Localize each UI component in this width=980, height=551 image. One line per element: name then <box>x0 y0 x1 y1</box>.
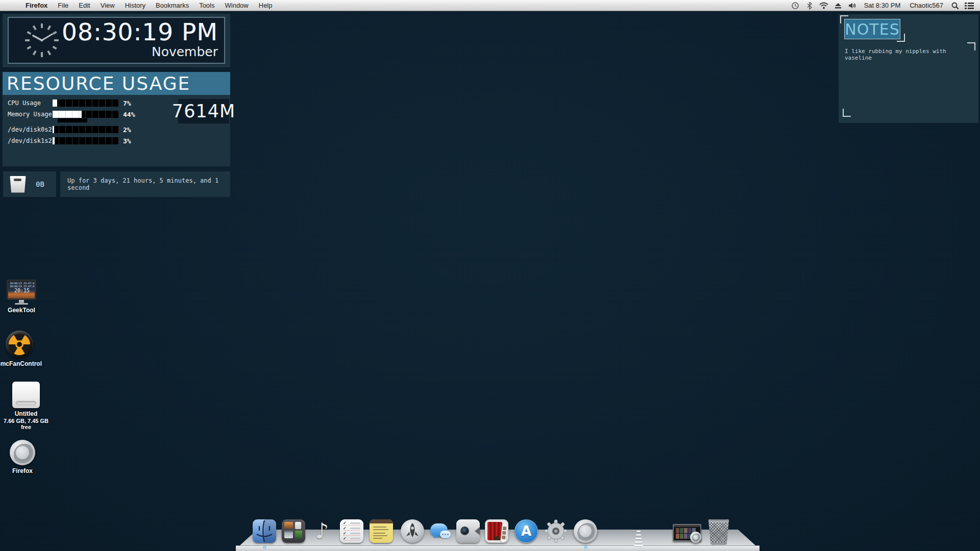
trash-size-widget: 0B <box>3 171 56 197</box>
menu-bar-status-area: Sat 8:30 PM Chaotic567 <box>790 1 980 10</box>
dock-trash[interactable] <box>707 519 730 545</box>
reminders-icon <box>340 519 363 543</box>
radiation-icon <box>6 331 33 358</box>
resource-row-cpu: CPU Usage 7% <box>3 97 176 109</box>
resource-usage-title: RESOURCE USAGE <box>3 73 190 94</box>
analog-clock-icon <box>23 21 61 59</box>
desktop-icon-geektool[interactable]: 30/06/13 23:07:0 30/06/13 23:07:0 20:15 … <box>0 280 46 314</box>
disk0-usage-bar <box>53 126 119 133</box>
firefox-icon <box>10 440 35 465</box>
trash-bin-icon <box>9 176 27 193</box>
memory-usage-bar <box>53 111 119 118</box>
dock-itunes[interactable]: ♪ <box>310 519 334 543</box>
dock-launchpad[interactable] <box>401 519 424 543</box>
notes-title: NOTES <box>845 20 899 38</box>
cpu-usage-bar <box>53 99 119 107</box>
menu-help[interactable]: Help <box>254 0 278 11</box>
menu-history[interactable]: History <box>120 0 151 11</box>
finder-running-indicator <box>262 546 267 549</box>
notes-title-box: NOTES <box>844 19 900 39</box>
clock-widget-panel: 08:30:19 PM November <box>3 14 230 67</box>
menu-file[interactable]: File <box>53 0 74 11</box>
launchpad-rocket-icon <box>401 519 424 543</box>
menu-bookmarks[interactable]: Bookmarks <box>151 0 194 11</box>
facetime-camera-icon <box>456 519 480 543</box>
gear-icon <box>544 519 568 543</box>
menu-edit[interactable]: Edit <box>74 0 95 11</box>
photo-booth-icon <box>485 519 508 543</box>
app-store-icon: A <box>514 519 538 543</box>
uptime-text: Up for 3 days, 21 hours, 5 minutes, and … <box>60 177 230 191</box>
memory-sub-bar <box>58 118 87 122</box>
firefox-dock-icon <box>574 519 597 543</box>
dock-geektool[interactable] <box>282 519 305 543</box>
drive-capacity-label: 7.66 GB, 7.45 GB free <box>2 418 51 430</box>
bluetooth-icon[interactable] <box>804 1 815 10</box>
dock-photo-booth[interactable] <box>485 519 508 543</box>
memory-total-box: 7614M <box>178 99 229 123</box>
volume-icon[interactable] <box>847 1 858 10</box>
menu-window[interactable]: Window <box>220 0 254 11</box>
geektool-icon: 30/06/13 23:07:0 30/06/13 23:07:0 20:15 <box>7 280 36 300</box>
dock-messages[interactable] <box>429 519 452 543</box>
finder-icon <box>253 519 276 543</box>
external-drive-icon <box>12 382 40 408</box>
time-machine-icon[interactable] <box>790 1 801 10</box>
memory-total-value: 7614M <box>172 101 235 121</box>
clock-widget: 08:30:19 PM November <box>8 17 225 64</box>
messages-bubbles-icon <box>429 519 452 543</box>
disk1-usage-bar <box>53 137 119 144</box>
desktop: { "menu_bar": { "menus": ["Firefox", "Fi… <box>0 0 980 551</box>
dock-separator <box>633 531 644 546</box>
minimized-window-firefox-badge <box>690 532 701 543</box>
resource-usage-header: RESOURCE USAGE <box>3 72 230 95</box>
digital-time: 08:30:19 PM <box>62 19 218 45</box>
dock-facetime[interactable] <box>456 519 480 543</box>
resource-usage-panel: RESOURCE USAGE CPU Usage 7% Memory Usage… <box>3 72 230 166</box>
menu-bar-clock[interactable]: Sat 8:30 PM <box>861 2 904 9</box>
dock-firefox[interactable] <box>574 519 597 543</box>
corner-bracket-bottom-left <box>843 109 851 117</box>
menu-tools[interactable]: Tools <box>194 0 219 11</box>
eject-icon[interactable] <box>832 1 844 10</box>
menu-bar: Firefox File Edit View History Bookmarks… <box>0 0 980 11</box>
resource-row-disk0: /dev/disk0s2 2% <box>3 124 176 135</box>
wifi-icon[interactable] <box>818 1 829 10</box>
desktop-icon-untitled-drive[interactable]: Untitled 7.66 GB, 7.45 GB free <box>2 382 51 430</box>
menu-firefox[interactable]: Firefox <box>19 0 53 11</box>
notes-widget: NOTES I like rubbing my nipples with vas… <box>839 14 978 123</box>
firefox-running-indicator <box>583 546 588 549</box>
notes-text: I like rubbing my nipples with vaseline <box>845 48 973 61</box>
desktop-icon-firefox[interactable]: Firefox <box>0 440 47 474</box>
geektool-dock-icon <box>282 519 305 543</box>
music-note-icon: ♪ <box>310 519 334 543</box>
dock-reminders[interactable] <box>340 519 363 543</box>
desktop-icon-smcfancontrol[interactable]: smcFanControl <box>0 331 44 367</box>
trash-size-value: 0B <box>36 180 44 188</box>
uptime-widget: Up for 3 days, 21 hours, 5 minutes, and … <box>60 171 230 197</box>
resource-row-memory: Memory Usage 44% <box>3 109 176 120</box>
dock-shelf-front <box>236 545 760 551</box>
dock-finder[interactable] <box>253 519 276 543</box>
month-label: November <box>62 45 218 59</box>
dock-stickies[interactable] <box>370 519 393 543</box>
menu-bar-username[interactable]: Chaotic567 <box>906 2 946 9</box>
stickies-icon <box>370 519 393 543</box>
menu-view[interactable]: View <box>95 0 120 11</box>
dock-system-preferences[interactable] <box>544 519 568 543</box>
notification-center-icon[interactable] <box>964 1 975 10</box>
spotlight-icon[interactable] <box>949 1 961 10</box>
dock-app-store[interactable]: A <box>514 519 538 543</box>
resource-row-disk1: /dev/disk1s2 3% <box>3 135 176 146</box>
